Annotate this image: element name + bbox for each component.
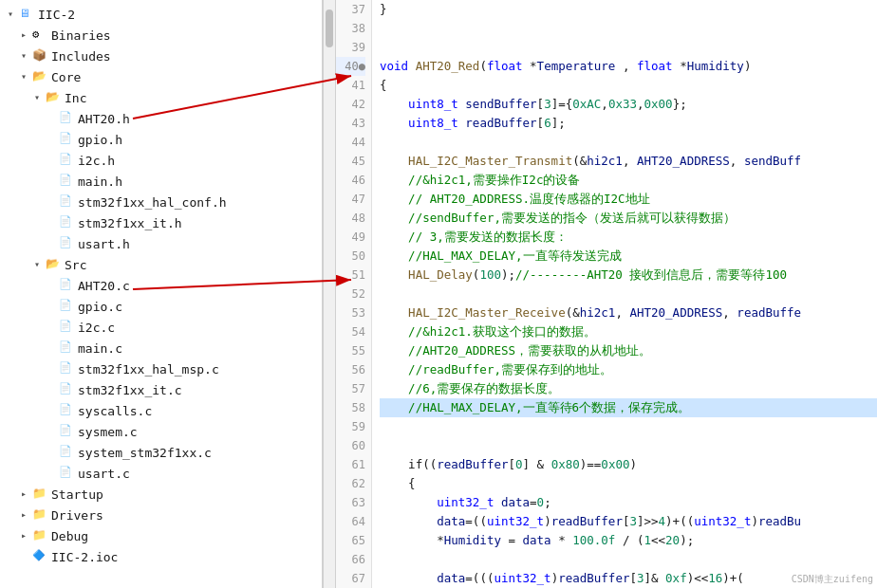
arrow-iic2: [4, 8, 17, 21]
code-line-39: [380, 38, 877, 57]
tree-item-inc[interactable]: 📂 Inc: [0, 87, 322, 108]
line-num-43: 43: [336, 114, 365, 133]
tree-label-iic2: IIC-2: [38, 8, 75, 22]
line-num-53: 53: [336, 303, 365, 322]
tree-label-src: Src: [65, 258, 86, 272]
line-num-46: 46: [336, 171, 365, 190]
tree-label-system-stm32: system_stm32f1xx.c: [78, 446, 212, 460]
code-line-60: [380, 436, 877, 455]
line-num-62: 62: [336, 474, 365, 493]
tree-label-gpioh: gpio.h: [78, 133, 122, 147]
code-content[interactable]: } void AHT20_Red(float *Temperature , fl…: [372, 0, 877, 588]
arrow-debug: [17, 529, 30, 542]
tree-label-ioc: IIC-2.ioc: [51, 550, 118, 564]
scrollbar-thumb[interactable]: [326, 9, 333, 47]
code-line-52: [380, 285, 877, 303]
code-editor: 37 38 39 40● 41 42 43 44 45 46 47 48 49 …: [336, 0, 877, 588]
file-tree[interactable]: 🖥 IIC-2 ⚙ Binaries 📦 Includes 📂 Core 📂 I…: [0, 0, 323, 588]
line-num-55: 55: [336, 341, 365, 360]
line-num-47: 47: [336, 190, 365, 209]
line-num-38: 38: [336, 19, 365, 38]
code-line-49: // 3,需要发送的数据长度：: [380, 228, 877, 247]
arrow-includes: [17, 49, 30, 63]
code-line-56: //readBuffer,需要保存到的地址。: [380, 360, 877, 379]
code-line-67: data=(((uint32_t)readBuffer[3]& 0xf)<<16…: [380, 569, 877, 588]
line-num-54: 54: [336, 322, 365, 341]
tree-label-gpioc: gpio.c: [78, 300, 122, 314]
tree-item-src[interactable]: 📂 Src: [0, 254, 322, 275]
code-line-57: //6,需要保存的数据长度。: [380, 379, 877, 398]
line-num-56: 56: [336, 360, 365, 379]
line-num-59: 59: [336, 417, 365, 436]
tree-label-debug: Debug: [51, 529, 88, 543]
line-num-52: 52: [336, 285, 365, 303]
code-line-42: uint8_t sendBuffer[3]={0xAC,0x33,0x00};: [380, 95, 877, 114]
line-num-61: 61: [336, 455, 365, 474]
code-line-51: HAL_Delay(100);//--------AHT20 接收到信息后，需要…: [380, 266, 877, 285]
line-num-41: 41: [336, 76, 365, 95]
tree-label-usartc: usart.c: [78, 467, 130, 481]
line-numbers: 37 38 39 40● 41 42 43 44 45 46 47 48 49 …: [336, 0, 372, 588]
code-line-40: void AHT20_Red(float *Temperature , floa…: [380, 57, 877, 76]
tree-item-mainc[interactable]: 📄 main.c: [0, 338, 322, 358]
tree-item-aht20h[interactable]: 📄 AHT20.h: [0, 108, 322, 129]
tree-label-stm32-ith: stm32f1xx_it.h: [78, 216, 182, 230]
line-num-51: 51: [336, 266, 365, 285]
tree-item-gpioh[interactable]: 📄 gpio.h: [0, 129, 322, 150]
tree-label-binaries: Binaries: [51, 28, 111, 43]
line-num-58: 58: [336, 398, 365, 417]
tree-item-ioc[interactable]: 🔷 IIC-2.ioc: [0, 546, 322, 567]
code-line-59: [380, 417, 877, 436]
tree-item-aht20c[interactable]: 📄 AHT20.c: [0, 275, 322, 296]
code-line-43: uint8_t readBuffer[6];: [380, 114, 877, 133]
tree-item-sysmem[interactable]: 📄 sysmem.c: [0, 421, 322, 442]
tree-item-usarth[interactable]: 📄 usart.h: [0, 233, 322, 254]
tree-label-sysmem: sysmem.c: [78, 425, 138, 439]
tree-item-startup[interactable]: 📁 Startup: [0, 484, 322, 505]
code-line-61: if((readBuffer[0] & 0x80)==0x00): [380, 455, 877, 474]
tree-scrollbar[interactable]: [323, 0, 336, 588]
arrow-src: [30, 258, 44, 271]
code-line-64: data=((uint32_t)readBuffer[3]>>4)+((uint…: [380, 512, 877, 531]
line-num-37: 37: [336, 0, 365, 19]
tree-item-stm32-ith[interactable]: 📄 stm32f1xx_it.h: [0, 212, 322, 233]
tree-item-gpioc[interactable]: 📄 gpio.c: [0, 296, 322, 317]
arrow-startup: [17, 487, 30, 501]
tree-label-stm32-itc: stm32f1xx_it.c: [78, 383, 182, 397]
code-line-54: //&hi2c1.获取这个接口的数据。: [380, 322, 877, 341]
line-num-64: 64: [336, 512, 365, 531]
tree-item-stm32-hal-conf[interactable]: 📄 stm32f1xx_hal_conf.h: [0, 192, 322, 212]
tree-label-drivers: Drivers: [51, 508, 103, 523]
tree-item-mainh[interactable]: 📄 main.h: [0, 171, 322, 192]
code-line-37: }: [380, 0, 877, 19]
tree-item-drivers[interactable]: 📁 Drivers: [0, 505, 322, 525]
code-line-65: *Humidity = data * 100.0f / (1<<20);: [380, 531, 877, 550]
code-line-48: //sendBuffer,需要发送的指令（发送后就可以获得数据）: [380, 209, 877, 228]
tree-item-stm32-itc[interactable]: 📄 stm32f1xx_it.c: [0, 379, 322, 400]
tree-item-iic2[interactable]: 🖥 IIC-2: [0, 4, 322, 25]
tree-label-includes: Includes: [51, 49, 111, 64]
line-num-66: 66: [336, 550, 365, 569]
line-num-39: 39: [336, 38, 365, 57]
arrow-inc: [30, 91, 44, 104]
code-line-53: HAL_I2C_Master_Receive(&hi2c1, AHT20_ADD…: [380, 303, 877, 322]
tree-item-system-stm32[interactable]: 📄 system_stm32f1xx.c: [0, 442, 322, 463]
arrow-binaries: [17, 28, 30, 42]
tree-item-binaries[interactable]: ⚙ Binaries: [0, 25, 322, 46]
tree-item-includes[interactable]: 📦 Includes: [0, 46, 322, 66]
tree-label-aht20h: AHT20.h: [78, 112, 130, 126]
code-line-50: //HAL_MAX_DELAY,一直等待发送完成: [380, 247, 877, 266]
tree-item-usartc[interactable]: 📄 usart.c: [0, 463, 322, 484]
tree-item-debug[interactable]: 📁 Debug: [0, 525, 322, 546]
tree-label-startup: Startup: [51, 487, 103, 502]
tree-label-i2cc: i2c.c: [78, 321, 115, 335]
tree-item-i2cc[interactable]: 📄 i2c.c: [0, 317, 322, 338]
line-num-44: 44: [336, 133, 365, 152]
tree-item-syscalls[interactable]: 📄 syscalls.c: [0, 400, 322, 421]
code-line-58: //HAL_MAX_DELAY,一直等待6个数据，保存完成。: [380, 398, 877, 417]
tree-item-i2ch[interactable]: 📄 i2c.h: [0, 150, 322, 171]
tree-item-core[interactable]: 📂 Core: [0, 66, 322, 87]
line-num-48: 48: [336, 209, 365, 228]
line-num-49: 49: [336, 228, 365, 247]
tree-item-stm32-msp[interactable]: 📄 stm32f1xx_hal_msp.c: [0, 358, 322, 379]
